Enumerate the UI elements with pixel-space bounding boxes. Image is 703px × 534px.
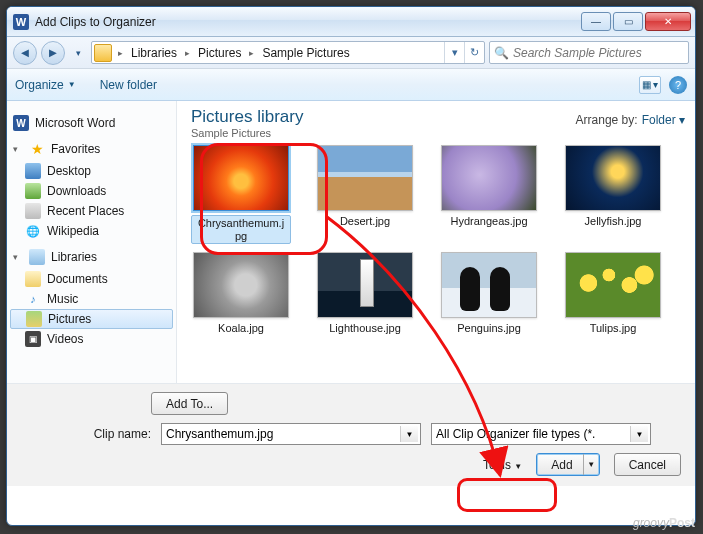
folder-icon: [94, 44, 112, 62]
file-label: Penguins.jpg: [457, 322, 521, 335]
nav-forward-button[interactable]: ►: [41, 41, 65, 65]
breadcrumb-pictures[interactable]: Pictures: [194, 46, 245, 60]
file-item-chrysanthemum[interactable]: Chrysanthemum.jpg: [191, 145, 291, 244]
breadcrumb-sample-pictures[interactable]: Sample Pictures: [258, 46, 353, 60]
documents-icon: [25, 271, 41, 287]
arrange-by[interactable]: Arrange by: Folder ▾: [576, 113, 685, 127]
arrange-label: Arrange by:: [576, 113, 638, 127]
sidebar-item-music[interactable]: ♪Music: [7, 289, 176, 309]
collapse-icon: ▾: [13, 252, 23, 262]
clip-name-label: Clip name:: [21, 427, 151, 441]
thumbnail-icon: [317, 252, 413, 318]
file-type-combo[interactable]: All Clip Organizer file types (*. ▼: [431, 423, 651, 445]
new-folder-button[interactable]: New folder: [100, 78, 157, 92]
library-title: Pictures library: [191, 107, 303, 127]
file-item-lighthouse[interactable]: Lighthouse.jpg: [315, 252, 415, 335]
help-icon[interactable]: ?: [669, 76, 687, 94]
file-label: Lighthouse.jpg: [329, 322, 401, 335]
title-bar: W Add Clips to Organizer — ▭ ✕: [7, 7, 695, 37]
thumbnail-icon: [193, 252, 289, 318]
nav-back-button[interactable]: ◄: [13, 41, 37, 65]
sidebar-group-favorites[interactable]: ▾ ★ Favorites: [7, 139, 176, 159]
minimize-button[interactable]: —: [581, 12, 611, 31]
chevron-right-icon: ▸: [181, 48, 194, 58]
file-label: Desert.jpg: [340, 215, 390, 228]
file-item-hydrangeas[interactable]: Hydrangeas.jpg: [439, 145, 539, 244]
file-grid: Chrysanthemum.jpg Desert.jpg Hydrangeas.…: [191, 145, 685, 335]
thumbnail-icon: [193, 145, 289, 211]
file-label: Jellyfish.jpg: [585, 215, 642, 228]
file-label: Tulips.jpg: [590, 322, 637, 335]
sidebar-item-wikipedia[interactable]: 🌐Wikipedia: [7, 221, 176, 241]
sidebar-item-downloads[interactable]: Downloads: [7, 181, 176, 201]
sidebar-item-desktop[interactable]: Desktop: [7, 161, 176, 181]
thumbnail-icon: [565, 252, 661, 318]
sidebar: W Microsoft Word ▾ ★ Favorites Desktop D…: [7, 101, 177, 383]
file-label: Hydrangeas.jpg: [450, 215, 527, 228]
collapse-icon: ▾: [13, 144, 23, 154]
sidebar-item-word[interactable]: W Microsoft Word: [7, 113, 176, 133]
libraries-icon: [29, 249, 45, 265]
nav-history-dropdown[interactable]: ▾: [69, 42, 87, 64]
file-type-value: All Clip Organizer file types (*.: [436, 427, 595, 441]
desktop-icon: [25, 163, 41, 179]
cancel-button[interactable]: Cancel: [614, 453, 681, 476]
sidebar-item-documents[interactable]: Documents: [7, 269, 176, 289]
sidebar-item-recent[interactable]: Recent Places: [7, 201, 176, 221]
search-input[interactable]: [513, 46, 684, 60]
arrange-value[interactable]: Folder ▾: [642, 113, 685, 127]
file-item-tulips[interactable]: Tulips.jpg: [563, 252, 663, 335]
pictures-icon: [26, 311, 42, 327]
toolbar: Organize ▼ New folder ▦ ▾ ?: [7, 69, 695, 101]
file-label: Koala.jpg: [218, 322, 264, 335]
search-icon: 🔍: [494, 46, 509, 60]
chevron-right-icon: ▸: [114, 48, 127, 58]
breadcrumb-bar[interactable]: ▸ Libraries ▸ Pictures ▸ Sample Pictures…: [91, 41, 485, 64]
clip-name-combo[interactable]: Chrysanthemum.jpg ▼: [161, 423, 421, 445]
file-item-desert[interactable]: Desert.jpg: [315, 145, 415, 244]
sidebar-item-videos[interactable]: ▣Videos: [7, 329, 176, 349]
close-button[interactable]: ✕: [645, 12, 691, 31]
refresh-button[interactable]: ↻: [464, 42, 484, 63]
add-to-button[interactable]: Add To...: [151, 392, 228, 415]
watermark: groovyPost: [633, 515, 695, 530]
star-icon: ★: [29, 141, 45, 157]
music-icon: ♪: [25, 291, 41, 307]
content-pane: Pictures library Sample Pictures Arrange…: [177, 101, 695, 383]
dropdown-icon[interactable]: ▼: [400, 426, 418, 442]
sidebar-item-pictures[interactable]: Pictures: [10, 309, 173, 329]
breadcrumb-dropdown-button[interactable]: ▾: [444, 42, 464, 63]
thumbnail-icon: [317, 145, 413, 211]
file-label: Chrysanthemum.jpg: [191, 215, 291, 244]
maximize-button[interactable]: ▭: [613, 12, 643, 31]
window-title: Add Clips to Organizer: [35, 15, 579, 29]
word-app-icon: W: [13, 14, 29, 30]
word-icon: W: [13, 115, 29, 131]
thumbnail-icon: [441, 145, 537, 211]
organize-menu[interactable]: Organize ▼: [15, 78, 76, 92]
recent-icon: [25, 203, 41, 219]
library-subtitle: Sample Pictures: [191, 127, 303, 139]
thumbnail-icon: [441, 252, 537, 318]
file-item-jellyfish[interactable]: Jellyfish.jpg: [563, 145, 663, 244]
add-dropdown-icon[interactable]: ▼: [583, 454, 599, 475]
file-item-penguins[interactable]: Penguins.jpg: [439, 252, 539, 335]
downloads-icon: [25, 183, 41, 199]
nav-bar: ◄ ► ▾ ▸ Libraries ▸ Pictures ▸ Sample Pi…: [7, 37, 695, 69]
add-button[interactable]: Add ▼: [536, 453, 599, 476]
view-mode-button[interactable]: ▦ ▾: [639, 76, 661, 94]
search-box[interactable]: 🔍: [489, 41, 689, 64]
breadcrumb-libraries[interactable]: Libraries: [127, 46, 181, 60]
chevron-right-icon: ▸: [245, 48, 258, 58]
file-item-koala[interactable]: Koala.jpg: [191, 252, 291, 335]
clip-name-value: Chrysanthemum.jpg: [166, 427, 273, 441]
dropdown-icon[interactable]: ▼: [630, 426, 648, 442]
sidebar-group-libraries[interactable]: ▾ Libraries: [7, 247, 176, 267]
videos-icon: ▣: [25, 331, 41, 347]
bottom-panel: Add To... Clip name: Chrysanthemum.jpg ▼…: [7, 383, 695, 486]
thumbnail-icon: [565, 145, 661, 211]
tools-menu[interactable]: Tools ▼: [483, 458, 522, 472]
globe-icon: 🌐: [25, 223, 41, 239]
